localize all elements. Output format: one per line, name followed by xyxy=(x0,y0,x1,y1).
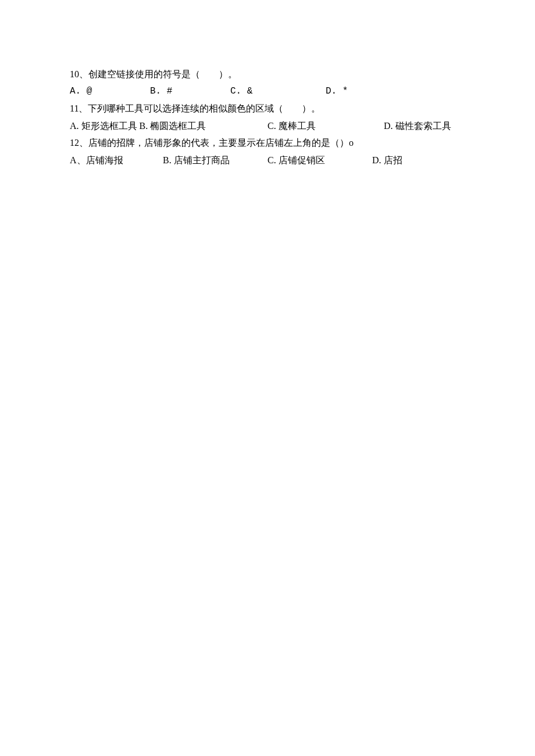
question-10-text: 10、创建空链接使用的符号是（ ）。 xyxy=(70,67,535,82)
q10-option-c: C. & xyxy=(230,84,326,99)
q10-option-d: D. * xyxy=(326,84,348,99)
question-10-options: A. @ B. # C. & D. * xyxy=(70,84,535,99)
q11-option-ab: A. 矩形选框工具 B. 椭圆选框工具 xyxy=(70,119,268,134)
question-11-text: 11、下列哪种工具可以选择连续的相似颜色的区域（ ）。 xyxy=(70,101,535,116)
q12-option-c: C. 店铺促销区 xyxy=(268,153,372,168)
q12-text: 12、店铺的招牌，店铺形象的代表，主要显示在店铺左上角的是（）o xyxy=(70,135,354,151)
q10-text: 10、创建空链接使用的符号是（ ）。 xyxy=(70,67,237,82)
q12-option-b: B. 店铺主打商品 xyxy=(163,153,268,168)
question-12-options: A、店铺海报 B. 店铺主打商品 C. 店铺促销区 D. 店招 xyxy=(70,153,535,168)
q11-text: 11、下列哪种工具可以选择连续的相似颜色的区域（ ）。 xyxy=(70,101,320,116)
q11-option-c: C. 魔棒工具 xyxy=(268,119,384,134)
question-12-text: 12、店铺的招牌，店铺形象的代表，主要显示在店铺左上角的是（）o xyxy=(70,135,535,151)
q12-option-d: D. 店招 xyxy=(372,153,402,168)
q10-option-a: A. @ xyxy=(70,84,150,99)
q10-option-b: B. # xyxy=(150,84,230,99)
q11-option-d: D. 磁性套索工具 xyxy=(384,119,451,134)
q12-option-a: A、店铺海报 xyxy=(70,153,163,168)
question-11-options: A. 矩形选框工具 B. 椭圆选框工具 C. 魔棒工具 D. 磁性套索工具 xyxy=(70,119,535,134)
